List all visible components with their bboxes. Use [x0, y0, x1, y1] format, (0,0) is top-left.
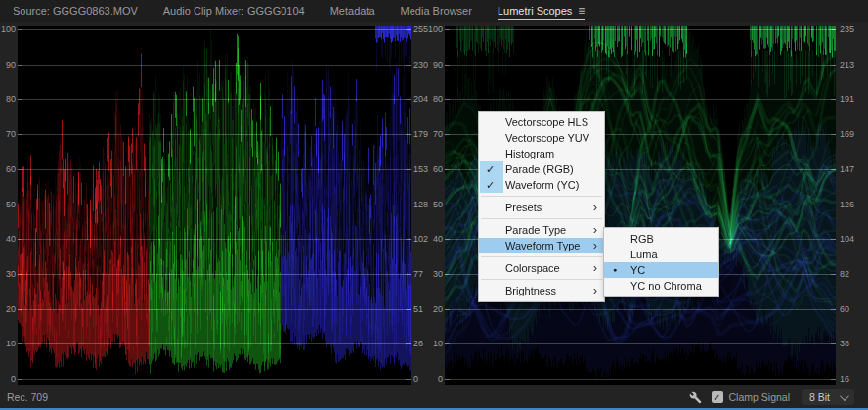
axis-tick-label: 0: [0, 374, 16, 384]
tab-inner: Source: GGGG0863.MOV: [13, 2, 138, 20]
colorspace-label: Rec. 709: [7, 391, 48, 403]
menu-item-presets[interactable]: Presets›: [479, 200, 604, 215]
menu-item-label: Waveform (YC): [505, 179, 579, 191]
axis-tick-label: 90: [427, 60, 443, 69]
axis-tick-label: 126: [840, 200, 865, 209]
menu-item-vectorscope-hls[interactable]: Vectorscope HLS: [479, 114, 604, 130]
axis-tick-label: 60: [840, 304, 865, 314]
menu-item-rgb[interactable]: RGB: [604, 231, 718, 247]
axis-tick-label: 20: [0, 304, 16, 314]
tab-source-gggg0863-mov[interactable]: Source: GGGG0863.MOV: [0, 0, 151, 22]
menu-separator: [481, 196, 602, 197]
menu-item-label: Waveform Type: [505, 240, 580, 251]
menu-separator: [481, 279, 602, 280]
axis-tick-label: 60: [0, 164, 16, 174]
axis-tick-label: 147: [840, 164, 865, 174]
axis-tick-label: 104: [840, 234, 865, 244]
menu-item-label: Luma: [630, 249, 658, 260]
tab-metadata[interactable]: Metadata: [318, 0, 388, 22]
axis-tick-label: 60: [427, 164, 443, 174]
axis-tick-label: 0: [427, 374, 443, 384]
settings-wrench-icon[interactable]: [689, 391, 702, 404]
tab-inner: Metadata: [330, 2, 375, 20]
submenu-arrow-icon: ›: [593, 200, 597, 214]
tab-audio-clip-mixer-gggg0104[interactable]: Audio Clip Mixer: GGGG0104: [151, 0, 318, 22]
menu-item-label: Brightness: [505, 285, 556, 296]
axis-tick-label: 38: [840, 339, 865, 348]
menu-item-waveform-yc[interactable]: ✓Waveform (YC): [479, 177, 604, 193]
menu-item-parade-type[interactable]: Parade Type›: [479, 222, 604, 238]
menu-item-label: Parade Type: [505, 224, 566, 236]
menu-item-label: YC: [630, 264, 645, 276]
axis-tick-label: 70: [427, 129, 443, 139]
menu-item-label: Vectorscope YUV: [505, 132, 589, 144]
bit-depth-value: 8 Bit: [809, 391, 830, 403]
axis-tick-label: 20: [427, 304, 443, 314]
waveform-ire-axis: 1009080706050403020100: [427, 26, 443, 385]
waveform-type-submenu: RGBLuma●YCYC no Chroma: [603, 227, 719, 297]
axis-tick-label: 100: [0, 24, 16, 34]
axis-tick-label: 80: [427, 94, 443, 104]
menu-item-label: Histogram: [505, 148, 554, 159]
axis-tick-label: 30: [427, 269, 443, 279]
axis-tick-label: 235: [840, 24, 865, 34]
submenu-arrow-icon: ›: [593, 222, 597, 237]
submenu-arrow-icon: ›: [593, 283, 597, 297]
rgb-parade-scope[interactable]: [18, 26, 411, 385]
axis-tick-label: 10: [0, 339, 16, 348]
menu-item-label: Presets: [505, 202, 542, 213]
axis-tick-label: 100: [427, 24, 443, 34]
axis-tick-label: 169: [840, 129, 865, 139]
menu-item-brightness[interactable]: Brightness›: [479, 283, 604, 298]
tab-inner: Media Browser: [401, 2, 472, 20]
clamp-signal-checkbox[interactable]: ✓: [712, 391, 723, 403]
check-icon: ✓: [486, 177, 499, 193]
tab-label: Media Browser: [401, 5, 472, 17]
menu-item-yc[interactable]: ●YC: [604, 262, 718, 278]
menu-separator: [481, 218, 602, 219]
tab-label: Audio Clip Mixer: GGGG0104: [163, 5, 305, 17]
menu-item-parade-rgb[interactable]: ✓Parade (RGB): [479, 161, 604, 177]
axis-tick-label: 191: [840, 94, 865, 104]
axis-tick-label: 213: [840, 60, 865, 69]
tab-label: Metadata: [330, 5, 375, 17]
menu-item-luma[interactable]: Luma: [604, 247, 718, 262]
parade-ire-axis: 1009080706050403020100: [0, 26, 16, 385]
tab-lumetri-scopes[interactable]: Lumetri Scopes≡: [485, 0, 597, 22]
tab-label: Lumetri Scopes: [498, 5, 572, 17]
bit-depth-select[interactable]: 8 Bit: [802, 389, 854, 405]
status-bar: Rec. 709 ✓ Clamp Signal 8 Bit: [0, 387, 868, 408]
menu-item-yc-no-chroma[interactable]: YC no Chroma: [604, 278, 718, 294]
check-icon: ✓: [713, 392, 720, 403]
tab-label: Source: GGGG0863.MOV: [13, 5, 138, 17]
waveform-8bit-axis: 23521319116914712610482603816: [840, 26, 865, 385]
axis-tick-label: 40: [0, 234, 16, 244]
axis-tick-label: 10: [427, 339, 443, 348]
axis-tick-label: 30: [0, 269, 16, 279]
menu-item-waveform-type[interactable]: Waveform Type›: [479, 238, 604, 253]
panel-menu-hamburger-icon[interactable]: ≡: [578, 6, 585, 16]
menu-item-vectorscope-yuv[interactable]: Vectorscope YUV: [479, 130, 604, 146]
chevron-down-icon: [840, 391, 849, 401]
axis-tick-label: 82: [840, 269, 865, 279]
axis-tick-label: 90: [0, 60, 16, 69]
tab-inner: Lumetri Scopes≡: [498, 2, 585, 20]
lumetri-scopes-panel: Source: GGGG0863.MOVAudio Clip Mixer: GG…: [0, 0, 868, 410]
tab-media-browser[interactable]: Media Browser: [388, 0, 485, 22]
submenu-arrow-icon: ›: [593, 260, 597, 275]
axis-tick-label: 80: [0, 94, 16, 104]
axis-tick-label: 16: [840, 374, 865, 384]
axis-tick-label: 70: [0, 129, 16, 139]
clamp-signal-label[interactable]: Clamp Signal: [729, 391, 790, 403]
scopes-context-menu: Vectorscope HLSVectorscope YUVHistogram✓…: [478, 111, 605, 302]
menu-item-label: Parade (RGB): [505, 163, 574, 175]
menu-item-colorspace[interactable]: Colorspace›: [479, 260, 604, 276]
scopes-area: 1009080706050403020100 25523020417915312…: [0, 22, 868, 410]
menu-item-histogram[interactable]: Histogram: [479, 146, 604, 161]
menu-item-label: YC no Chroma: [630, 280, 702, 292]
menu-item-label: Vectorscope HLS: [505, 116, 588, 128]
radio-bullet-icon: ●: [613, 262, 617, 278]
tab-inner: Audio Clip Mixer: GGGG0104: [163, 2, 305, 20]
submenu-arrow-icon: ›: [593, 238, 597, 252]
menu-item-label: Colorspace: [505, 262, 560, 274]
